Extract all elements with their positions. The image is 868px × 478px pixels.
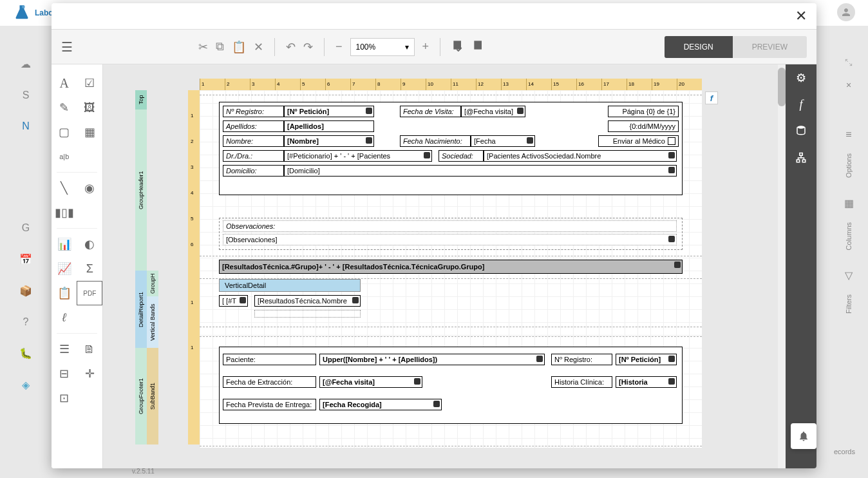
extraccion-value[interactable]: [@Fecha visita] bbox=[319, 376, 422, 388]
expand-icon[interactable] bbox=[844, 58, 853, 67]
vertical-scrollbar[interactable] bbox=[778, 64, 786, 468]
footer-registro-value[interactable]: [Nº Petición] bbox=[616, 354, 677, 365]
close-button[interactable]: ✕ bbox=[795, 8, 807, 24]
grupo-field[interactable]: [ResultadosTécnica.#Grupo]+ ' - ' + [Res… bbox=[219, 260, 683, 274]
shape-tool[interactable]: ◉ bbox=[77, 176, 103, 200]
enviar-medico[interactable]: Enviar al Médico bbox=[598, 135, 679, 147]
detail-nombre[interactable]: [ResultadosTécnica.Nombre bbox=[254, 295, 361, 307]
fecha-fmt[interactable]: {0:dd/MM/yyyy bbox=[608, 120, 679, 132]
bug-icon[interactable]: 🐛 bbox=[19, 347, 32, 359]
cut-icon[interactable]: ✂ bbox=[198, 40, 208, 54]
registro-value[interactable]: [Nº Petición] bbox=[284, 106, 374, 117]
fecha-nac-value[interactable]: [Fecha bbox=[471, 135, 535, 147]
footer-registro-label[interactable]: Nº Registro: bbox=[551, 354, 612, 365]
function-icon[interactable]: f bbox=[799, 98, 802, 111]
vertical-detail-header[interactable]: VerticalDetail bbox=[219, 279, 361, 292]
subband1-band-label[interactable]: SubBand1 bbox=[147, 348, 158, 445]
subreport-tool[interactable]: ⊡ bbox=[52, 386, 77, 410]
zoom-select[interactable]: 100%▾ bbox=[350, 38, 415, 56]
verticalbands-band-label[interactable]: Vertical Bands bbox=[147, 296, 158, 348]
groupfooter1-band-label[interactable]: GroupFooter1 bbox=[135, 348, 147, 445]
extraccion-label[interactable]: Fecha de Extracción: bbox=[223, 376, 316, 388]
canvas-area[interactable]: Top GroupHeader1 DetailReport1 GroupFoot… bbox=[103, 64, 786, 468]
historia-label[interactable]: Historia Clínica: bbox=[551, 376, 612, 388]
historia-value[interactable]: [Historia bbox=[616, 376, 677, 388]
gauge-tool[interactable]: ◐ bbox=[77, 232, 103, 256]
pagina-field[interactable]: Página {0} de {1} bbox=[608, 106, 679, 117]
clipboard-tool[interactable]: 📋 bbox=[52, 281, 77, 305]
delete-icon[interactable]: ✕ bbox=[254, 40, 263, 54]
calendar-icon[interactable]: 📅 bbox=[19, 253, 32, 265]
letter-s[interactable]: S bbox=[23, 90, 30, 101]
richtext-tool[interactable]: ✎ bbox=[52, 95, 77, 120]
fecha-visita-value[interactable]: [@Fecha visita] bbox=[461, 106, 525, 117]
dr-label[interactable]: Dr./Dra.: bbox=[223, 150, 284, 162]
redo-icon[interactable]: ↷ bbox=[303, 40, 313, 54]
paciente-value[interactable]: Upper([Nombre] + ' ' + [Apellidos]) bbox=[319, 354, 545, 365]
barcode-tool[interactable]: ▮▯▮ bbox=[52, 200, 77, 225]
top-band-label[interactable]: Top bbox=[135, 90, 147, 110]
user-avatar[interactable] bbox=[837, 3, 855, 21]
close-bg-icon[interactable]: × bbox=[846, 80, 851, 90]
entrega-value[interactable]: [Fecha Recogida] bbox=[319, 399, 442, 410]
script-icon[interactable] bbox=[472, 39, 485, 55]
groupheader2-band-label[interactable]: GroupH bbox=[147, 271, 158, 296]
nombre-label[interactable]: Nombre: bbox=[223, 135, 284, 147]
signature-tool[interactable]: ℓ bbox=[52, 305, 77, 330]
panel-tool[interactable]: ▢ bbox=[52, 120, 77, 144]
domicilio-value[interactable]: [Domicilio] bbox=[284, 165, 677, 177]
observaciones-label[interactable]: Observaciones: bbox=[223, 220, 677, 232]
apellidos-value[interactable]: [Apellidos] bbox=[284, 120, 374, 132]
help-icon[interactable]: ? bbox=[23, 316, 29, 328]
sociedad-value[interactable]: [Pacientes ActivosSociedad.Nombre bbox=[484, 150, 677, 162]
gear-icon[interactable]: ⚙ bbox=[796, 71, 806, 85]
cube-icon[interactable]: 📦 bbox=[19, 285, 32, 297]
diamond-icon[interactable]: ◈ bbox=[22, 379, 30, 391]
character-comb-tool[interactable]: a|b bbox=[52, 144, 77, 169]
image-tool[interactable]: 🖼 bbox=[77, 95, 103, 120]
registro-label[interactable]: Nº Registro: bbox=[223, 106, 284, 117]
preview-tab[interactable]: PREVIEW bbox=[733, 36, 807, 58]
line-tool[interactable]: ╲ bbox=[52, 176, 77, 200]
fecha-nac-label[interactable]: Fecha Nacimiento: bbox=[400, 135, 471, 147]
sum-tool[interactable]: Σ bbox=[77, 256, 103, 281]
table-tool[interactable]: ▦ bbox=[77, 120, 103, 144]
design-surface[interactable]: Nº Registro: [Nº Petición] Fecha de Visi… bbox=[200, 90, 702, 448]
options-tab[interactable]: Options bbox=[845, 153, 853, 178]
apellidos-label[interactable]: Apellidos: bbox=[223, 120, 284, 132]
cloud-icon[interactable]: ☁ bbox=[21, 58, 31, 70]
letter-n[interactable]: N bbox=[22, 120, 30, 132]
pageinfo-tool[interactable]: 🗎 bbox=[77, 337, 103, 361]
domicilio-label[interactable]: Domicilio: bbox=[223, 165, 284, 177]
letter-g[interactable]: G bbox=[22, 222, 30, 234]
groupheader1-band-label[interactable]: GroupHeader1 bbox=[135, 110, 147, 271]
detail-t[interactable]: [ [#T bbox=[219, 295, 248, 307]
checkbox-tool[interactable]: ☑ bbox=[77, 71, 103, 95]
paste-icon[interactable]: 📋 bbox=[232, 40, 246, 54]
menu-icon[interactable]: ☰ bbox=[61, 39, 73, 55]
notifications-button[interactable] bbox=[791, 423, 816, 449]
design-tab[interactable]: DESIGN bbox=[665, 36, 733, 58]
database-icon[interactable] bbox=[795, 124, 807, 139]
columns-tab[interactable]: Columns bbox=[845, 222, 853, 250]
detailreport-band-label[interactable]: DetailReport1 bbox=[135, 271, 147, 348]
zoom-out-icon[interactable]: − bbox=[335, 40, 343, 53]
pagebreak-tool[interactable]: ⊟ bbox=[52, 361, 77, 386]
zoom-in-icon[interactable]: + bbox=[422, 40, 429, 53]
fx-button[interactable]: f bbox=[705, 91, 718, 104]
undo-icon[interactable]: ↶ bbox=[286, 40, 296, 54]
validate-icon[interactable] bbox=[451, 39, 464, 55]
pdf-tool[interactable]: PDF bbox=[77, 281, 102, 305]
fecha-visita-label[interactable]: Fecha de Visita: bbox=[400, 106, 461, 117]
nombre-value[interactable]: [Nombre] bbox=[284, 135, 374, 147]
sparkline-tool[interactable]: 📈 bbox=[52, 256, 77, 281]
crossband-tool[interactable]: ✛ bbox=[77, 361, 103, 386]
toc-tool[interactable]: ☰ bbox=[52, 337, 77, 361]
text-tool[interactable]: A bbox=[52, 71, 77, 95]
entrega-label[interactable]: Fecha Prevista de Entrega: bbox=[223, 399, 316, 410]
chart-tool[interactable]: 📊 bbox=[52, 232, 77, 256]
observaciones-value[interactable]: [Observaciones] bbox=[223, 234, 677, 245]
tree-icon[interactable] bbox=[795, 152, 807, 167]
copy-icon[interactable]: ⧉ bbox=[216, 40, 224, 53]
dr-value[interactable]: [#Peticionario] + ' - ' + [Pacientes bbox=[284, 150, 432, 162]
